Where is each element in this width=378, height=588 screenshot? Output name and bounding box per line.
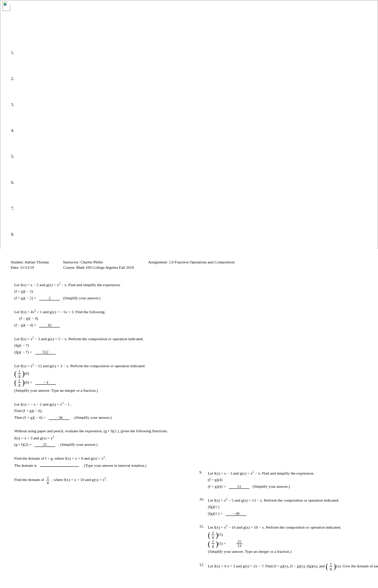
list-item: 5. xyxy=(11,154,14,159)
list-item: 3. xyxy=(11,102,14,107)
question-number-list: 1. 2. 3. 4. 5. 6. 7. 8. xyxy=(11,50,14,249)
list-item: 8. xyxy=(11,232,14,237)
broken-image-icon xyxy=(2,2,10,11)
list-item: 4. xyxy=(11,128,14,133)
list-item: 2. xyxy=(11,76,14,81)
list-item: 1. xyxy=(11,50,14,55)
list-item: 6. xyxy=(11,180,14,185)
list-item: 7. xyxy=(11,206,14,211)
page-1: 1. 2. 3. 4. 5. 6. 7. 8. xyxy=(0,0,378,249)
